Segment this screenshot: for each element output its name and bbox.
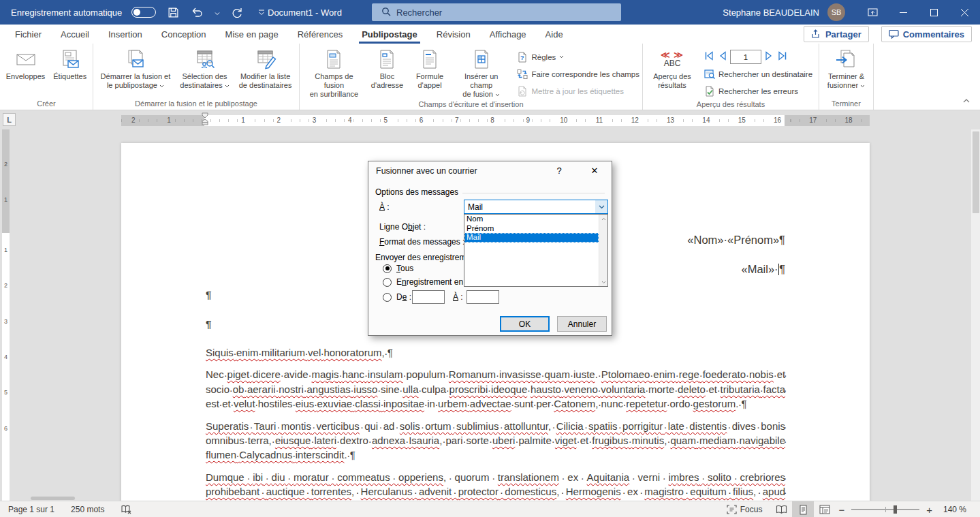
select-recipients-button[interactable]: Sélection des destinataires: [177, 46, 232, 90]
user-name[interactable]: Stephane BEAUDELAIN: [723, 7, 819, 18]
rules-button[interactable]: ? Règles: [514, 48, 642, 65]
ruler-number: 1: [2, 247, 10, 253]
check-for-errors-button[interactable]: Rechercher les erreurs: [701, 82, 815, 99]
share-button[interactable]: Partager: [804, 26, 869, 42]
check-errors-icon: [704, 86, 715, 97]
undo-dropdown-icon[interactable]: [215, 7, 220, 18]
word-count[interactable]: 250 mots: [63, 501, 112, 517]
web-layout-button[interactable]: [814, 501, 836, 517]
last-record-button[interactable]: [776, 50, 789, 65]
vertical-scrollbar-thumb[interactable]: [973, 131, 979, 213]
customize-toolbar-icon[interactable]: [254, 5, 269, 20]
dropdown-chevron-icon: [159, 84, 164, 88]
tab-revision[interactable]: Révision: [427, 25, 480, 44]
comments-button[interactable]: Commentaires: [881, 26, 972, 42]
redo-icon[interactable]: [230, 5, 244, 20]
match-fields-button[interactable]: Faire correspondre les champs: [514, 65, 642, 82]
autosave-toggle[interactable]: [131, 7, 156, 18]
close-button[interactable]: [949, 0, 980, 25]
combobox-dropdown-button[interactable]: [595, 200, 607, 213]
tab-references[interactable]: Références: [288, 25, 352, 44]
edit-recipient-list-button[interactable]: Modifier la liste de destinataires: [236, 46, 295, 90]
from-record-input[interactable]: [412, 290, 445, 304]
next-record-button[interactable]: [763, 50, 774, 65]
undo-icon[interactable]: [190, 5, 205, 20]
dialog-title: Fusionner avec un courrier: [368, 161, 612, 180]
scroll-up-icon[interactable]: [599, 215, 608, 223]
ruler-number: 1: [239, 116, 247, 125]
save-icon[interactable]: [165, 5, 180, 20]
highlight-merge-fields-button[interactable]: Champs de fusion en surbrillance: [305, 46, 363, 99]
tab-fichier[interactable]: Fichier: [5, 25, 51, 44]
focus-mode-button[interactable]: Focus: [718, 501, 771, 517]
dropdown-scrollbar[interactable]: [599, 215, 607, 286]
dropdown-item-nom[interactable]: Nom: [464, 215, 599, 224]
tab-insertion[interactable]: Insertion: [99, 25, 152, 44]
dialog-help-button[interactable]: ?: [549, 161, 569, 180]
paragraph[interactable]: Siquis enim militarium vel honoratorum, …: [206, 345, 785, 360]
zoom-out-button[interactable]: −: [836, 504, 847, 516]
zoom-slider[interactable]: [851, 509, 919, 510]
tab-publipostage[interactable]: Publipostage: [352, 25, 427, 44]
tab-aide[interactable]: Aide: [536, 25, 573, 44]
dialog-close-button[interactable]: ✕: [582, 161, 607, 180]
edit-recipient-list-icon: [255, 48, 276, 71]
cancel-button[interactable]: Annuler: [557, 316, 607, 332]
radio-button-selected[interactable]: [383, 264, 392, 273]
proofing-errors-icon[interactable]: [112, 501, 140, 517]
minimize-button[interactable]: [888, 0, 919, 25]
collapse-ribbon-icon[interactable]: [962, 94, 970, 106]
insert-merge-field-button[interactable]: Insérer un champ de fusion: [454, 46, 509, 99]
zoom-in-button[interactable]: +: [923, 504, 935, 516]
labels-button[interactable]: Étiquettes: [50, 46, 89, 81]
preview-results-button[interactable]: ≪ ≫ ABC Aperçu des résultats: [647, 46, 697, 90]
finish-and-merge-button[interactable]: Terminer & fusionner: [825, 46, 868, 90]
maximize-button[interactable]: [919, 0, 949, 25]
insert-merge-field-icon: [471, 48, 492, 71]
indent-markers[interactable]: [201, 112, 209, 128]
ribbon-display-options-icon[interactable]: [857, 0, 888, 25]
focus-icon: [727, 505, 737, 514]
svg-text:?: ?: [520, 54, 524, 61]
zoom-slider-thumb[interactable]: [894, 505, 897, 514]
address-block-button[interactable]: Bloc d'adresse: [368, 46, 406, 90]
radio-all-records[interactable]: Tous: [383, 264, 413, 273]
tab-stop-selector[interactable]: L: [3, 113, 16, 126]
dropdown-item-prenom[interactable]: Prénom: [464, 224, 599, 234]
first-record-button[interactable]: [703, 50, 715, 65]
read-mode-button[interactable]: [770, 501, 792, 517]
search-input[interactable]: Rechercher: [372, 3, 621, 21]
find-recipient-button[interactable]: Rechercher un destinataire: [701, 65, 815, 82]
tab-accueil[interactable]: Accueil: [51, 25, 99, 44]
preview-results-icon: ≪ ≫ ABC: [661, 48, 684, 71]
radio-button[interactable]: [383, 278, 392, 287]
radio-from-record[interactable]: De :: [383, 292, 411, 302]
avatar[interactable]: SB: [827, 3, 845, 21]
envelopes-button[interactable]: Enveloppes: [3, 46, 48, 81]
start-mail-merge-button[interactable]: Démarrer la fusion et le publipostage: [98, 46, 174, 90]
ruler-number: 15: [736, 116, 748, 125]
paragraph[interactable]: Superatis Tauri montis verticibus qui ad…: [206, 419, 785, 463]
paragraph[interactable]: Dumque ibi diu moratur commeatus opperie…: [206, 470, 785, 501]
radio-button[interactable]: [383, 293, 392, 302]
ribbon-group-preview-results: ≪ ≫ ABC Aperçu des résultats Rechercher …: [643, 44, 819, 110]
zoom-level[interactable]: 140 %: [935, 501, 975, 517]
dropdown-item-mail[interactable]: Mail: [464, 233, 599, 242]
vertical-scrollbar[interactable]: [970, 129, 980, 501]
tab-conception[interactable]: Conception: [152, 25, 216, 44]
scroll-down-icon[interactable]: [599, 278, 608, 286]
to-field-combobox[interactable]: Mail: [464, 200, 608, 214]
print-layout-button[interactable]: [792, 501, 814, 517]
horizontal-scrollbar-thumb[interactable]: [31, 497, 75, 500]
tab-affichage[interactable]: Affichage: [480, 25, 536, 44]
tab-mise-en-page[interactable]: Mise en page: [216, 25, 288, 44]
paragraph[interactable]: Nec piget dicere avide magis hanc insula…: [206, 367, 785, 411]
ruler-number: 2: [129, 116, 138, 125]
record-number-input[interactable]: [730, 50, 761, 64]
previous-record-button[interactable]: [717, 50, 728, 65]
page-count[interactable]: Page 1 sur 1: [0, 501, 63, 517]
greeting-line-button[interactable]: Formule d'appel: [411, 46, 448, 90]
to-record-input[interactable]: [467, 290, 499, 304]
ok-button[interactable]: OK: [500, 316, 550, 332]
dropdown-chevron-icon: [495, 93, 500, 97]
